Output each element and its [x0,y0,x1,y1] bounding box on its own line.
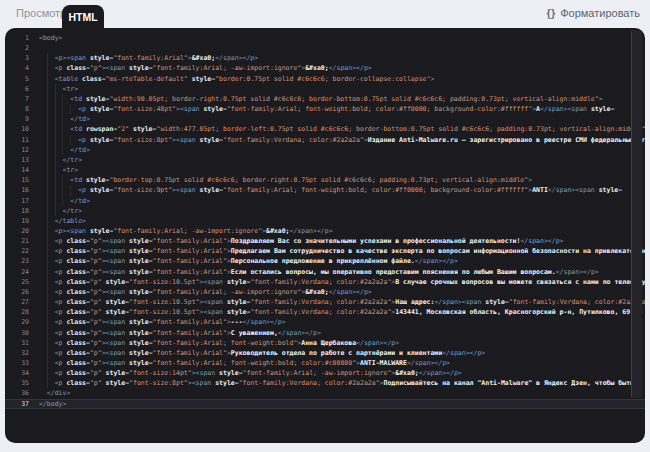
tab-preview[interactable]: Просмотр [16,7,66,19]
code-line: 3 <p><span style="font-family:Arial">&#x… [5,53,645,63]
code-line: 10 <td rowspan="2" style="width:477.05pt… [5,124,645,134]
code-line-content: </tr> [39,206,645,216]
code-line-content: <p class="p"><span style="font-family:Ar… [39,236,645,246]
line-number: 10 [5,124,39,134]
format-button-label: Форматировать [560,7,640,19]
indent-guide [55,175,56,185]
indent-guide [47,63,48,73]
indent-guide [62,124,63,134]
indent-guide [47,94,48,104]
code-line: 9 </td> [5,114,645,124]
top-tab-bar: Просмотр HTML {} Форматировать [0,0,650,28]
line-number: 1 [5,33,39,43]
indent-guide [47,84,48,94]
line-number: 13 [5,155,39,165]
indent-guide [47,297,48,307]
code-line: 2 [5,43,645,53]
line-number: 27 [5,297,39,307]
code-line: 12 </td> [5,145,645,155]
code-line-content: <p class="p"><span style="font-family:Ar… [39,246,645,256]
line-number: 21 [5,236,39,246]
code-line-content: <tr> [39,165,645,175]
indent-guide [47,317,48,327]
code-line: 4 <p class="p"><span style="font-family:… [5,63,645,73]
vertical-scrollbar-thumb[interactable] [631,30,642,398]
line-number: 35 [5,378,39,388]
code-line: 32 <p class="p"><span style="font-family… [5,348,645,358]
code-line-content: <p class="p" style="font-size:10.5pt"><s… [39,307,645,317]
code-line: 31 <p class="p"><span style="font-family… [5,338,645,348]
indent-guide [47,53,48,63]
line-number: 26 [5,287,39,297]
line-number: 22 [5,246,39,256]
code-line-content: <tr> [39,84,645,94]
code-line: 11 <p style="font-size:8pt"><span style=… [5,135,645,145]
code-line-content: </table> [39,216,645,226]
code-line: 18 </tr> [5,206,645,216]
line-number: 8 [5,104,39,114]
code-line: 17 </td> [5,196,645,206]
code-line-content: <p class="p"><span style="font-family:Ar… [39,287,645,297]
code-line-content: <p><span style="font-family:Arial; -aw-i… [39,226,645,236]
indent-guide [55,84,56,94]
indent-guide [47,226,48,236]
indent-guide [55,155,56,165]
indent-guide [62,114,63,124]
code-line: 28 <p class="p" style="font-size:10.5pt"… [5,307,645,317]
indent-guide [55,114,56,124]
indent-guide [47,74,48,84]
indent-guide [47,236,48,246]
code-line-content: <td rowspan="2" style="width:477.05pt; b… [39,124,645,134]
indent-guide [47,358,48,368]
line-number: 31 [5,338,39,348]
code-line-content: <body> [39,33,645,43]
code-line-content: <p class="p"><span style="font-family:Ar… [39,358,645,368]
indent-guide [55,145,56,155]
indent-guide [55,94,56,104]
line-number: 4 [5,63,39,73]
indent-guide [47,114,48,124]
code-line: 25 <p class="p" style="font-size:10.5pt"… [5,277,645,287]
line-number: 18 [5,206,39,216]
code-line-content: </td> [39,196,645,206]
code-line-content: </tr> [39,155,645,165]
code-line-content: <p class="p" style="font-size:8pt"><span… [39,378,645,388]
line-number: 29 [5,317,39,327]
line-number: 25 [5,277,39,287]
indent-guide [47,267,48,277]
indent-guide [47,155,48,165]
indent-guide [47,175,48,185]
code-editor[interactable]: 1<body>23 <p><span style="font-family:Ar… [5,28,645,443]
indent-guide [47,124,48,134]
code-line: 16 <p style="font-size:9pt"><span style=… [5,185,645,195]
line-number: 33 [5,358,39,368]
code-line: 14 <tr> [5,165,645,175]
code-line-content: <p style="font-size:48pt"><span style="f… [39,104,645,114]
code-line: 22 <p class="p"><span style="font-family… [5,246,645,256]
code-line-content: <p class="p" style="font-size:10.5pt"><s… [39,277,645,287]
indent-guide [55,206,56,216]
format-button[interactable]: {} Форматировать [547,7,640,19]
code-line: 37</body> [5,399,645,409]
indent-guide [47,368,48,378]
tab-html-active[interactable]: HTML [62,5,104,28]
indent-guide [47,378,48,388]
code-line: 33 <p class="p"><span style="font-family… [5,358,645,368]
code-line-content [39,43,645,53]
indent-guide [47,246,48,256]
line-number: 19 [5,216,39,226]
code-line: 36 </div> [5,388,645,398]
code-line: 5 <table class="ms-rteTable-default" sty… [5,74,645,84]
code-line-content: <p class="p" style="font-size:14pt"><spa… [39,368,645,378]
line-number: 14 [5,165,39,175]
code-line: 29 <p class="p"><span style="font-family… [5,317,645,327]
code-line: 24 <p class="p"><span style="font-family… [5,267,645,277]
code-line: 15 <td style="border-top:0.75pt solid #c… [5,175,645,185]
indent-guide [47,135,48,145]
line-number: 34 [5,368,39,378]
indent-guide [47,196,48,206]
line-number: 32 [5,348,39,358]
indent-guide [47,338,48,348]
indent-guide [47,287,48,297]
code-line: 30 <p class="p"><span style="font-family… [5,328,645,338]
